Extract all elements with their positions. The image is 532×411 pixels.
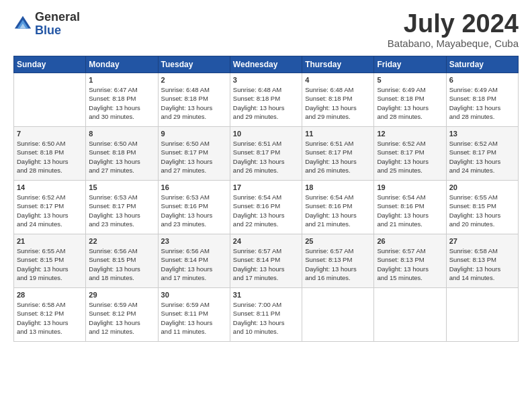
day-number: 24: [233, 237, 299, 245]
header: General Blue July 2024 Batabano, Mayabeq…: [13, 11, 519, 49]
cell-w3-d6: 27Sunrise: 6:58 AMSunset: 8:13 PMDayligh…: [446, 234, 518, 288]
day-info: Sunrise: 6:55 AMSunset: 8:15 PMDaylight:…: [17, 246, 83, 282]
day-number: 30: [161, 291, 227, 299]
day-number: 29: [89, 291, 154, 299]
cell-w2-d4: 18Sunrise: 6:54 AMSunset: 8:16 PMDayligh…: [302, 181, 374, 234]
day-number: 15: [89, 183, 154, 191]
cell-w0-d2: 2Sunrise: 6:48 AMSunset: 8:18 PMDaylight…: [158, 73, 230, 127]
day-info: Sunrise: 6:48 AMSunset: 8:18 PMDaylight:…: [161, 85, 227, 121]
logo-icon: [13, 15, 32, 34]
day-number: 12: [377, 130, 443, 138]
cell-w0-d4: 4Sunrise: 6:48 AMSunset: 8:18 PMDaylight…: [302, 73, 374, 127]
day-info: Sunrise: 6:54 AMSunset: 8:16 PMDaylight:…: [233, 193, 299, 228]
day-info: Sunrise: 6:48 AMSunset: 8:18 PMDaylight:…: [233, 85, 299, 121]
cell-w1-d5: 12Sunrise: 6:52 AMSunset: 8:17 PMDayligh…: [374, 127, 446, 181]
day-number: 6: [449, 76, 515, 84]
cell-w4-d0: 28Sunrise: 6:58 AMSunset: 8:12 PMDayligh…: [14, 288, 86, 342]
day-info: Sunrise: 6:49 AMSunset: 8:18 PMDaylight:…: [449, 85, 515, 121]
day-info: Sunrise: 6:58 AMSunset: 8:12 PMDaylight:…: [17, 300, 83, 336]
day-info: Sunrise: 6:58 AMSunset: 8:13 PMDaylight:…: [449, 246, 515, 282]
header-row: Sunday Monday Tuesday Wednesday Thursday…: [14, 56, 519, 73]
calendar-header: Sunday Monday Tuesday Wednesday Thursday…: [14, 56, 519, 73]
cell-w3-d3: 24Sunrise: 6:57 AMSunset: 8:14 PMDayligh…: [230, 234, 302, 288]
cell-w4-d2: 30Sunrise: 6:59 AMSunset: 8:11 PMDayligh…: [158, 288, 230, 342]
calendar-body: 1Sunrise: 6:47 AMSunset: 8:18 PMDaylight…: [14, 73, 519, 342]
day-info: Sunrise: 6:59 AMSunset: 8:12 PMDaylight:…: [89, 300, 154, 336]
cell-w2-d6: 20Sunrise: 6:55 AMSunset: 8:15 PMDayligh…: [446, 181, 518, 234]
logo-text: General Blue: [35, 11, 80, 38]
cell-w1-d2: 9Sunrise: 6:50 AMSunset: 8:17 PMDaylight…: [158, 127, 230, 181]
day-info: Sunrise: 6:47 AMSunset: 8:18 PMDaylight:…: [89, 85, 154, 121]
day-info: Sunrise: 6:53 AMSunset: 8:17 PMDaylight:…: [89, 193, 154, 228]
day-info: Sunrise: 6:57 AMSunset: 8:13 PMDaylight:…: [305, 246, 371, 282]
day-number: 27: [449, 237, 515, 245]
cell-w2-d0: 14Sunrise: 6:52 AMSunset: 8:17 PMDayligh…: [14, 181, 86, 234]
day-info: Sunrise: 6:50 AMSunset: 8:18 PMDaylight:…: [17, 139, 83, 175]
day-info: Sunrise: 6:54 AMSunset: 8:16 PMDaylight:…: [377, 193, 443, 228]
week-row-2: 14Sunrise: 6:52 AMSunset: 8:17 PMDayligh…: [14, 181, 519, 234]
logo-blue: Blue: [35, 24, 80, 38]
cell-w4-d5: [374, 288, 446, 342]
day-info: Sunrise: 6:57 AMSunset: 8:13 PMDaylight:…: [377, 246, 443, 282]
month-title: July 2024: [388, 11, 519, 36]
header-monday: Monday: [86, 56, 158, 73]
day-info: Sunrise: 6:51 AMSunset: 8:17 PMDaylight:…: [233, 139, 299, 175]
day-number: 11: [305, 130, 371, 138]
cell-w1-d4: 11Sunrise: 6:51 AMSunset: 8:17 PMDayligh…: [302, 127, 374, 181]
cell-w3-d4: 25Sunrise: 6:57 AMSunset: 8:13 PMDayligh…: [302, 234, 374, 288]
cell-w0-d0: [14, 73, 86, 127]
header-tuesday: Tuesday: [158, 56, 230, 73]
header-sunday: Sunday: [14, 56, 86, 73]
calendar-table: Sunday Monday Tuesday Wednesday Thursday…: [13, 56, 519, 342]
cell-w1-d0: 7Sunrise: 6:50 AMSunset: 8:18 PMDaylight…: [14, 127, 86, 181]
day-number: 5: [377, 76, 443, 84]
logo-general: General: [35, 11, 80, 24]
day-number: 8: [89, 130, 154, 138]
header-friday: Friday: [374, 56, 446, 73]
day-number: 2: [161, 76, 227, 84]
day-info: Sunrise: 6:50 AMSunset: 8:18 PMDaylight:…: [89, 139, 154, 175]
day-number: 17: [233, 183, 299, 191]
week-row-4: 28Sunrise: 6:58 AMSunset: 8:12 PMDayligh…: [14, 288, 519, 342]
day-info: Sunrise: 6:55 AMSunset: 8:15 PMDaylight:…: [449, 193, 515, 228]
day-info: Sunrise: 6:52 AMSunset: 8:17 PMDaylight:…: [377, 139, 443, 175]
day-number: 26: [377, 237, 443, 245]
cell-w0-d1: 1Sunrise: 6:47 AMSunset: 8:18 PMDaylight…: [86, 73, 158, 127]
cell-w4-d4: [302, 288, 374, 342]
day-number: 4: [305, 76, 371, 84]
header-thursday: Thursday: [302, 56, 374, 73]
cell-w1-d6: 13Sunrise: 6:52 AMSunset: 8:17 PMDayligh…: [446, 127, 518, 181]
day-number: 16: [161, 183, 227, 191]
cell-w0-d6: 6Sunrise: 6:49 AMSunset: 8:18 PMDaylight…: [446, 73, 518, 127]
cell-w2-d3: 17Sunrise: 6:54 AMSunset: 8:16 PMDayligh…: [230, 181, 302, 234]
cell-w3-d1: 22Sunrise: 6:56 AMSunset: 8:15 PMDayligh…: [86, 234, 158, 288]
cell-w3-d5: 26Sunrise: 6:57 AMSunset: 8:13 PMDayligh…: [374, 234, 446, 288]
cell-w4-d6: [446, 288, 518, 342]
day-info: Sunrise: 6:50 AMSunset: 8:17 PMDaylight:…: [161, 139, 227, 175]
title-block: July 2024 Batabano, Mayabeque, Cuba: [388, 11, 519, 49]
week-row-0: 1Sunrise: 6:47 AMSunset: 8:18 PMDaylight…: [14, 73, 519, 127]
day-number: 23: [161, 237, 227, 245]
cell-w1-d3: 10Sunrise: 6:51 AMSunset: 8:17 PMDayligh…: [230, 127, 302, 181]
day-info: Sunrise: 6:52 AMSunset: 8:17 PMDaylight:…: [449, 139, 515, 175]
day-info: Sunrise: 7:00 AMSunset: 8:11 PMDaylight:…: [233, 300, 299, 336]
day-info: Sunrise: 6:56 AMSunset: 8:15 PMDaylight:…: [89, 246, 154, 282]
page: General Blue July 2024 Batabano, Mayabeq…: [0, 0, 532, 411]
location: Batabano, Mayabeque, Cuba: [388, 38, 519, 49]
logo: General Blue: [13, 11, 80, 38]
week-row-3: 21Sunrise: 6:55 AMSunset: 8:15 PMDayligh…: [14, 234, 519, 288]
cell-w0-d3: 3Sunrise: 6:48 AMSunset: 8:18 PMDaylight…: [230, 73, 302, 127]
day-number: 20: [449, 183, 515, 191]
day-info: Sunrise: 6:59 AMSunset: 8:11 PMDaylight:…: [161, 300, 227, 336]
week-row-1: 7Sunrise: 6:50 AMSunset: 8:18 PMDaylight…: [14, 127, 519, 181]
day-info: Sunrise: 6:52 AMSunset: 8:17 PMDaylight:…: [17, 193, 83, 228]
day-number: 3: [233, 76, 299, 84]
day-number: 10: [233, 130, 299, 138]
cell-w0-d5: 5Sunrise: 6:49 AMSunset: 8:18 PMDaylight…: [374, 73, 446, 127]
day-info: Sunrise: 6:53 AMSunset: 8:16 PMDaylight:…: [161, 193, 227, 228]
day-info: Sunrise: 6:49 AMSunset: 8:18 PMDaylight:…: [377, 85, 443, 121]
day-number: 18: [305, 183, 371, 191]
day-info: Sunrise: 6:56 AMSunset: 8:14 PMDaylight:…: [161, 246, 227, 282]
day-number: 21: [17, 237, 83, 245]
cell-w2-d2: 16Sunrise: 6:53 AMSunset: 8:16 PMDayligh…: [158, 181, 230, 234]
